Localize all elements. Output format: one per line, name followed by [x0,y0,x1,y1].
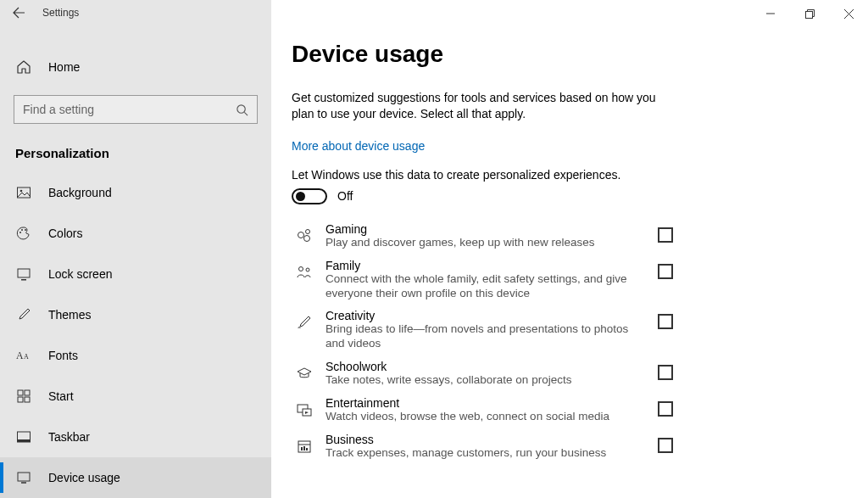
titlebar: Settings [0,0,271,25]
svg-point-0 [237,104,245,112]
svg-point-25 [306,229,310,233]
start-icon [16,389,31,404]
fonts-icon: AA [16,348,31,363]
usage-checkbox-business[interactable] [658,438,673,453]
lockscreen-icon [16,266,31,282]
toggle-state: Off [337,189,353,203]
home-icon [16,59,31,75]
search-container [14,95,258,124]
nav-item-background[interactable]: Background [0,172,271,213]
palette-icon [16,226,31,241]
svg-text:A: A [24,354,29,361]
close-button[interactable] [829,0,868,27]
more-about-link[interactable]: More about device usage [292,139,425,153]
minimize-icon [766,9,775,18]
page-title: Device usage [292,41,848,68]
svg-point-5 [21,229,23,231]
svg-rect-16 [18,439,31,442]
usage-subtitle: Bring ideas to life—from novels and pres… [326,322,649,351]
svg-point-4 [19,232,21,233]
nav-list: Background Colors Lock screen Themes AA … [0,172,271,498]
nav-item-lockscreen[interactable]: Lock screen [0,254,271,294]
usage-subtitle: Connect with the whole family, edit safe… [326,272,649,301]
picture-icon [16,185,31,200]
nav-item-fonts[interactable]: AA Fonts [0,335,271,376]
usage-subtitle: Watch videos, browse the web, connect on… [326,410,649,424]
usage-subtitle: Play and discover games, keep up with ne… [326,236,649,250]
search-box[interactable] [14,95,258,124]
svg-point-26 [299,266,303,271]
usage-checkbox-schoolwork[interactable] [658,365,673,380]
svg-rect-14 [25,397,30,402]
svg-rect-20 [805,11,812,18]
brush-icon [16,307,31,322]
svg-rect-8 [21,279,26,281]
nav-item-label: Fonts [48,349,78,362]
usage-item-family: Family Connect with the whole family, ed… [292,255,673,305]
taskbar-icon [16,429,31,445]
entertainment-icon [292,396,317,418]
nav-item-label: Start [48,389,74,403]
svg-line-1 [244,112,248,115]
nav-item-start[interactable]: Start [0,376,271,417]
svg-rect-13 [18,397,23,402]
creativity-icon [292,309,317,331]
sidebar: Settings Home Personalization Background… [0,0,271,498]
usage-checkbox-entertainment[interactable] [658,401,673,417]
usage-list: Gaming Play and discover games, keep up … [292,218,673,465]
usage-checkbox-family[interactable] [658,264,673,279]
svg-rect-7 [18,269,30,277]
schoolwork-icon [292,360,317,382]
toggle-knob [296,192,305,201]
personalized-toggle[interactable] [292,188,327,204]
nav-item-themes[interactable]: Themes [0,294,271,335]
nav-item-device-usage[interactable]: Device usage [0,457,271,498]
search-input[interactable] [23,103,226,116]
svg-rect-32 [301,447,303,450]
svg-rect-12 [25,390,30,395]
usage-title: Business [326,433,649,446]
usage-title: Gaming [326,222,649,236]
svg-rect-2 [18,187,31,198]
usage-item-creativity: Creativity Bring ideas to life—from nove… [292,305,673,355]
category-heading: Personalization [0,124,271,172]
usage-item-schoolwork: Schoolwork Take notes, write essays, col… [292,355,673,392]
usage-checkbox-gaming[interactable] [658,227,673,243]
minimize-button[interactable] [751,0,790,27]
svg-rect-11 [18,390,23,395]
nav-item-label: Device usage [48,471,120,484]
svg-text:A: A [16,351,24,362]
usage-item-entertainment: Entertainment Watch videos, browse the w… [292,392,673,428]
nav-item-taskbar[interactable]: Taskbar [0,417,271,457]
usage-item-gaming: Gaming Play and discover games, keep up … [292,218,673,255]
usage-subtitle: Track expenses, manage customers, run yo… [326,446,649,461]
toggle-caption: Let Windows use this data to create pers… [292,168,848,182]
svg-rect-33 [303,446,305,450]
page-description: Get customized suggestions for tools and… [292,90,656,122]
app-title: Settings [42,7,79,19]
back-button[interactable] [12,6,25,20]
svg-point-27 [306,268,309,271]
svg-point-23 [298,232,304,238]
svg-rect-34 [306,448,308,450]
maximize-icon [805,9,815,19]
business-icon [292,433,317,455]
main-content: Device usage Get customized suggestions … [271,0,868,498]
arrow-left-icon [12,6,25,20]
svg-point-24 [304,235,310,241]
svg-rect-17 [18,473,30,481]
nav-item-label: Background [48,186,112,199]
usage-title: Entertainment [326,396,649,410]
nav-item-colors[interactable]: Colors [0,213,271,254]
nav-home-label: Home [48,60,80,74]
close-icon [844,9,854,19]
toggle-row: Off [292,188,848,204]
nav-item-label: Themes [48,308,92,322]
nav-item-label: Taskbar [48,430,90,444]
device-icon [16,470,31,485]
usage-item-business: Business Track expenses, manage customer… [292,428,673,465]
nav-home[interactable]: Home [0,49,271,85]
svg-point-6 [25,229,26,231]
usage-checkbox-creativity[interactable] [658,314,673,329]
maximize-button[interactable] [790,0,829,27]
